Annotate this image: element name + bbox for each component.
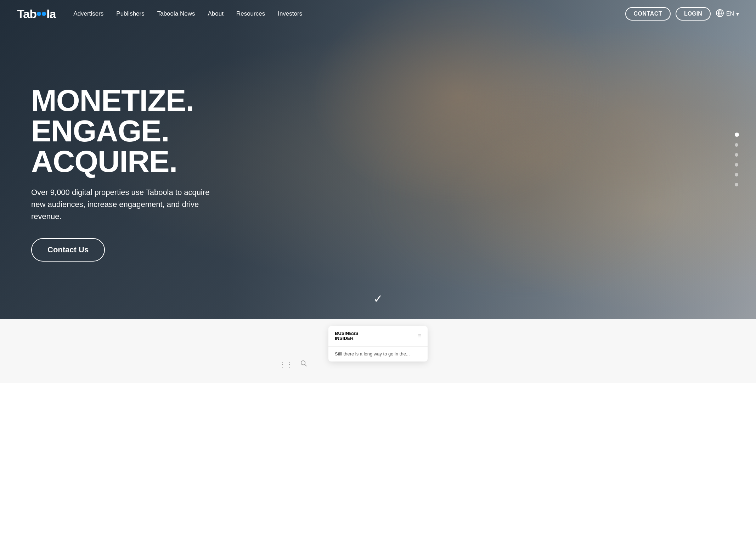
slide-dot-6[interactable] xyxy=(735,183,738,186)
language-selector[interactable]: EN ▾ xyxy=(716,9,739,19)
logo-text: Tabla xyxy=(17,7,56,21)
nav-link-investors[interactable]: Investors xyxy=(271,7,309,20)
login-button[interactable]: LOGIN xyxy=(676,7,711,21)
hero-headline-line1: MONETIZE. xyxy=(31,83,194,117)
nav-link-about[interactable]: About xyxy=(201,7,230,20)
bi-card-header: BUSINESS INSIDER ≡ xyxy=(328,326,428,347)
globe-icon xyxy=(716,9,724,19)
nav-logo[interactable]: Tabla xyxy=(17,7,56,21)
nav-link-advertisers[interactable]: Advertisers xyxy=(67,7,110,20)
hero-headline: MONETIZE. ENGAGE. ACQUIRE. xyxy=(31,85,215,176)
contact-button[interactable]: CONTACT xyxy=(625,7,671,21)
hero-headline-line3: ACQUIRE. xyxy=(31,144,177,178)
bi-menu-icon[interactable]: ≡ xyxy=(418,333,421,339)
hero-contact-us-button[interactable]: Contact Us xyxy=(31,238,105,262)
hero-checkmark[interactable]: ✓ xyxy=(373,292,383,305)
svg-point-4 xyxy=(301,361,305,365)
nav-link-resources[interactable]: Resources xyxy=(230,7,271,20)
navbar: Tabla Advertisers Publishers Taboola New… xyxy=(0,0,756,28)
nav-link-taboola-news[interactable]: Taboola News xyxy=(151,7,202,20)
slide-dot-1[interactable] xyxy=(735,133,739,137)
hero-section: MONETIZE. ENGAGE. ACQUIRE. Over 9,000 di… xyxy=(0,0,756,319)
nav-links: Advertisers Publishers Taboola News Abou… xyxy=(67,7,625,20)
svg-line-5 xyxy=(305,364,306,366)
hero-people-image xyxy=(242,0,756,319)
bi-logo-line2: INSIDER xyxy=(335,336,358,341)
language-label: EN xyxy=(726,11,734,17)
hero-content: MONETIZE. ENGAGE. ACQUIRE. Over 9,000 di… xyxy=(0,57,215,262)
logo-dot-2 xyxy=(42,12,46,16)
search-icon[interactable] xyxy=(300,360,307,369)
nav-link-publishers[interactable]: Publishers xyxy=(110,7,151,20)
checkmark-icon: ✓ xyxy=(373,292,383,305)
logo-dot xyxy=(37,12,41,16)
business-insider-card: BUSINESS INSIDER ≡ Still there is a long… xyxy=(328,326,428,361)
hero-subtext: Over 9,000 digital properties use Tabool… xyxy=(31,186,215,223)
slide-dots xyxy=(735,133,739,186)
chevron-down-icon: ▾ xyxy=(736,11,739,17)
slide-dot-4[interactable] xyxy=(735,163,738,167)
slide-dot-5[interactable] xyxy=(735,173,738,176)
nav-actions: CONTACT LOGIN EN ▾ xyxy=(625,7,739,21)
bi-logo-line1: BUSINESS xyxy=(335,331,358,336)
hero-headline-line2: ENGAGE. xyxy=(31,114,169,148)
slide-dot-2[interactable] xyxy=(735,143,738,147)
bi-logo: BUSINESS INSIDER xyxy=(335,331,358,341)
bi-card-text: Still there is a long way to go in the..… xyxy=(335,351,421,357)
slide-dot-3[interactable] xyxy=(735,153,738,157)
bi-card-body: Still there is a long way to go in the..… xyxy=(328,347,428,361)
bottom-section: ⋮⋮ BUSINESS INSIDER ≡ Still there is a l… xyxy=(0,319,756,383)
grid-icon[interactable]: ⋮⋮ xyxy=(279,360,293,369)
